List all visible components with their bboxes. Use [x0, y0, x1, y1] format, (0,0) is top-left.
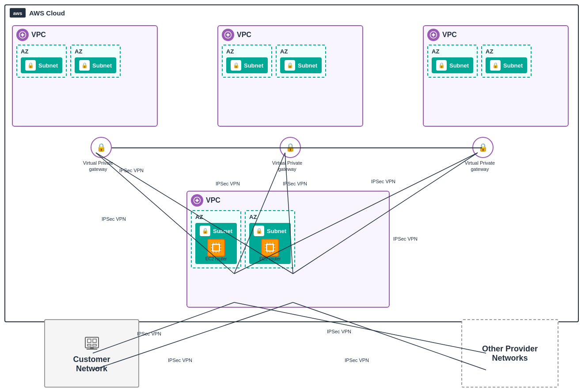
customer-network-box: CustomerNetwork: [44, 319, 139, 388]
svg-rect-35: [87, 339, 91, 343]
az-label-4-2: AZ: [247, 213, 292, 221]
subnet-3-2: 🔒 Subnet: [486, 57, 527, 73]
subnet-icon-3-2: 🔒: [490, 60, 501, 71]
az-box-2-1: AZ 🔒 Subnet: [222, 45, 272, 78]
subnet-2-2: 🔒 Subnet: [280, 57, 322, 73]
aws-cloud-title: AWS Cloud: [29, 9, 65, 17]
subnet-icon-2-1: 🔒: [231, 60, 241, 71]
subnet-2-1: 🔒 Subnet: [226, 57, 268, 73]
ec2-router-icon-2: [261, 239, 279, 256]
customer-network-label: CustomerNetwork: [73, 355, 110, 373]
az-label-3-1: AZ: [430, 47, 475, 56]
az-box-4-2: AZ 🔒 Subnet EC2 router: [245, 210, 295, 268]
az-box-1-2: AZ 🔒 Subnet: [70, 45, 121, 78]
subnet-1-1: 🔒 Subnet: [21, 57, 62, 73]
aws-logo-icon: aws: [10, 8, 26, 18]
svg-text:aws: aws: [13, 11, 22, 16]
az-box-2-2: AZ 🔒 Subnet: [276, 45, 326, 78]
subnet-icon-4-2: 🔒: [254, 226, 264, 236]
subnet-icon-2-2: 🔒: [285, 60, 295, 71]
svg-text:IPSec VPN: IPSec VPN: [327, 329, 351, 334]
ec2-router-label-1: EC2 router: [205, 256, 227, 261]
az-box-3-1: AZ 🔒 Subnet: [427, 45, 478, 78]
az-label-3-2: AZ: [484, 47, 529, 56]
vpc-label-1: VPC: [31, 31, 46, 39]
svg-rect-36: [93, 339, 96, 343]
svg-rect-7: [213, 245, 219, 251]
gateway-label-1: Virtual Privategateway: [74, 160, 122, 173]
gateway-label-3: Virtual Privategateway: [456, 160, 504, 173]
aws-cloud-container: aws AWS Cloud VPC AZ 🔒 Subnet AZ 🔒: [4, 4, 579, 322]
vpc-icon-2: [222, 29, 234, 41]
az-box-1-1: AZ 🔒 Subnet: [16, 45, 67, 78]
other-networks-label: Other ProviderNetworks: [482, 344, 538, 363]
ec2-router-label-2: EC2 router: [259, 256, 281, 261]
gateway-connector-line: [112, 147, 482, 148]
svg-rect-39: [90, 347, 94, 349]
subnet-icon-1-1: 🔒: [25, 60, 36, 71]
subnet-text-2-1: Subnet: [244, 62, 263, 69]
subnet-4-1: 🔒 Subnet EC2 router: [195, 223, 237, 264]
subnet-text-2-2: Subnet: [298, 62, 317, 69]
az-label-2-1: AZ: [224, 47, 270, 56]
customer-network-icon: [83, 334, 101, 351]
aws-header: aws AWS Cloud: [5, 5, 578, 20]
svg-text:IPSec VPN: IPSec VPN: [168, 358, 192, 363]
gateway-label-2: Virtual Privategateway: [263, 160, 311, 173]
az-label-2-2: AZ: [278, 47, 323, 56]
vpc-icon-1: [16, 29, 29, 41]
vpc-box-4: VPC AZ 🔒 Subnet EC2 router: [186, 191, 390, 308]
subnet-3-1: 🔒 Subnet: [432, 57, 473, 73]
vpc-box-1: VPC AZ 🔒 Subnet AZ 🔒 Subnet: [12, 25, 158, 127]
az-box-4-1: AZ 🔒 Subnet EC2 router: [191, 210, 241, 268]
vpc-box-3: VPC AZ 🔒 Subnet AZ 🔒 Subnet: [423, 25, 569, 127]
vpc-label-3: VPC: [442, 31, 457, 39]
vpc-label-2: VPC: [237, 31, 251, 39]
subnet-text-3-1: Subnet: [449, 62, 469, 69]
svg-text:IPSec VPN: IPSec VPN: [137, 331, 161, 336]
svg-text:IPSec VPN: IPSec VPN: [345, 358, 369, 363]
subnet-icon-4-1: 🔒: [200, 226, 210, 236]
subnet-text-1-2: Subnet: [92, 62, 112, 69]
vpc-icon-4: [191, 194, 203, 207]
subnet-1-2: 🔒 Subnet: [75, 57, 116, 73]
az-label-1-1: AZ: [19, 47, 64, 56]
az-label-1-2: AZ: [73, 47, 118, 56]
svg-rect-38: [93, 344, 96, 346]
subnet-text-4-2: Subnet: [267, 228, 286, 234]
other-networks-box: Other ProviderNetworks: [461, 319, 558, 388]
vpc-icon-3: [427, 29, 440, 41]
vpc-label-4: VPC: [206, 196, 220, 204]
svg-rect-40: [87, 349, 97, 350]
subnet-icon-3-1: 🔒: [436, 60, 447, 71]
subnet-4-2: 🔒 Subnet EC2 router: [249, 223, 291, 264]
az-box-3-2: AZ 🔒 Subnet: [481, 45, 532, 78]
gateway-circle-1: 🔒: [91, 137, 112, 158]
subnet-icon-1-2: 🔒: [79, 60, 90, 71]
subnet-text-3-2: Subnet: [503, 62, 523, 69]
svg-rect-21: [267, 245, 273, 251]
vpc-box-2: VPC AZ 🔒 Subnet AZ 🔒 Subnet: [217, 25, 363, 127]
ec2-router-icon-1: [207, 239, 225, 256]
svg-rect-37: [87, 344, 91, 346]
subnet-text-4-1: Subnet: [213, 228, 232, 234]
subnet-text-1-1: Subnet: [38, 62, 58, 69]
az-label-4-1: AZ: [194, 213, 239, 221]
